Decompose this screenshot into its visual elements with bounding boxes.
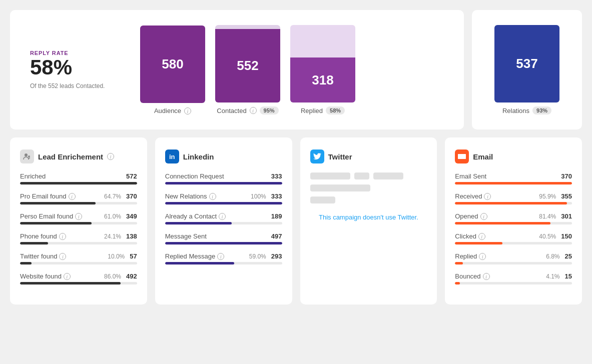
- le-row-0: Enriched 572: [20, 172, 137, 180]
- le-bar-fill-2: [20, 222, 92, 224]
- le-row-4: Twitter found i 10.0% 57: [20, 252, 137, 260]
- li-value-1: 333: [271, 192, 282, 200]
- em-label-3: Clicked i: [455, 232, 485, 240]
- le-bar-fill-0: [20, 182, 137, 184]
- li-bar-2: [165, 222, 282, 224]
- em-label-0: Email Sent: [455, 172, 486, 180]
- le-label-1: Pro Email found i: [20, 192, 76, 200]
- li-bar-fill-2: [165, 222, 232, 224]
- lead-enrichment-info-icon[interactable]: i: [107, 153, 114, 160]
- li-row-0: Connection Request 333: [165, 172, 282, 180]
- replied-value: 318: [312, 72, 333, 88]
- relations-badge: 93%: [532, 106, 551, 114]
- bottom-row: Lead Enrichement i Enriched 572 Pro Emai…: [10, 138, 582, 304]
- le-bar-0: [20, 182, 137, 184]
- em-info-3[interactable]: i: [478, 233, 485, 240]
- li-value-3: 497: [271, 232, 282, 240]
- em-pct-1: 95.9%: [539, 193, 556, 200]
- top-row: REPLY RATE 58% Of the 552 leads Contacte…: [10, 10, 582, 130]
- em-bar-fill-1: [455, 202, 567, 204]
- em-row-1: Received i 95.9% 355: [455, 192, 572, 200]
- li-row-4: Replied Message i 59.0% 293: [165, 252, 282, 260]
- le-info-4[interactable]: i: [59, 253, 66, 260]
- contacted-label-row: Contacted i 95%: [215, 106, 280, 114]
- li-info-4[interactable]: i: [217, 253, 224, 260]
- le-info-1[interactable]: i: [69, 193, 76, 200]
- li-bar-4: [165, 262, 282, 264]
- skeleton-1b: [354, 172, 369, 180]
- li-row-3: Message Sent 497: [165, 232, 282, 240]
- le-pct-4: 10.0%: [108, 253, 125, 260]
- li-bar-0: [165, 182, 282, 184]
- em-info-4[interactable]: i: [479, 253, 486, 260]
- le-label-3: Phone found i: [20, 232, 66, 240]
- em-value-0: 370: [561, 172, 572, 180]
- contacted-info-icon[interactable]: i: [250, 107, 257, 114]
- relations-label: Relations: [502, 107, 529, 114]
- reply-rate-section: REPLY RATE 58% Of the 552 leads Contacte…: [30, 50, 120, 89]
- email-icon: [455, 150, 469, 164]
- contacted-fill: 552: [215, 29, 280, 102]
- lead-enrichment-svg: [23, 152, 32, 161]
- em-pct-5: 4.1%: [546, 273, 559, 280]
- li-pct-1: 100%: [251, 193, 266, 200]
- relations-value: 537: [516, 56, 537, 72]
- le-bar-fill-5: [20, 282, 121, 284]
- em-info-5[interactable]: i: [483, 273, 490, 280]
- twitter-icon: [310, 150, 324, 164]
- le-info-3[interactable]: i: [59, 233, 66, 240]
- replied-stat: 318 Replied 58%: [290, 25, 355, 114]
- em-value-2: 301: [561, 212, 572, 220]
- replied-fill: 318: [290, 58, 355, 102]
- le-info-2[interactable]: i: [75, 213, 82, 220]
- li-bar-fill-1: [165, 202, 282, 204]
- linkedin-header: in Linkedin: [165, 150, 282, 164]
- em-bar-fill-2: [455, 222, 550, 224]
- audience-info-icon[interactable]: i: [184, 108, 191, 114]
- le-bar-fill-1: [20, 202, 96, 204]
- le-label-5: Website found i: [20, 272, 71, 280]
- le-label-2: Perso Email found i: [20, 212, 82, 220]
- li-info-2[interactable]: i: [219, 213, 226, 220]
- em-info-2[interactable]: i: [480, 213, 487, 220]
- le-pct-2: 61.0%: [104, 213, 121, 220]
- le-value-1: 370: [126, 192, 137, 200]
- skeleton-row-2: [310, 184, 427, 192]
- le-pct-3: 24.1%: [104, 233, 121, 240]
- audience-label: Audience: [154, 107, 181, 114]
- em-pct-4: 6.8%: [546, 253, 559, 260]
- em-bar-0: [455, 182, 572, 184]
- audience-stat: 580 Audience i: [140, 26, 205, 114]
- li-label-3: Message Sent: [165, 232, 207, 240]
- em-info-1[interactable]: i: [484, 193, 491, 200]
- le-row-3: Phone found i 24.1% 138: [20, 232, 137, 240]
- contacted-value: 552: [237, 58, 258, 74]
- contacted-stat: 552 Contacted i 95%: [215, 25, 280, 114]
- skeleton-3a: [310, 196, 335, 204]
- li-label-0: Connection Request: [165, 172, 224, 180]
- em-row-2: Opened i 81.4% 301: [455, 212, 572, 220]
- em-bar-1: [455, 202, 572, 204]
- li-label-4: Replied Message i: [165, 252, 224, 260]
- email-svg: [458, 154, 466, 160]
- le-bar-1: [20, 202, 137, 204]
- linkedin-title: Linkedin: [183, 152, 214, 161]
- stats-boxes: 580 Audience i 552: [140, 25, 444, 114]
- li-label-2: Already a Contact i: [165, 212, 226, 220]
- reply-rate-sub: Of the 552 leads Contacted.: [30, 82, 120, 90]
- twitter-card: Twitter This campaign doesn't use Twitte…: [300, 138, 437, 304]
- li-info-1[interactable]: i: [209, 193, 216, 200]
- le-label-4: Twitter found i: [20, 252, 66, 260]
- twitter-svg: [313, 153, 321, 160]
- replied-box-wrap: 318: [290, 25, 355, 102]
- li-bar-fill-0: [165, 182, 282, 184]
- lead-enrichment-title: Lead Enrichement: [38, 152, 103, 161]
- li-bar-1: [165, 202, 282, 204]
- le-value-4: 57: [130, 252, 137, 260]
- reply-rate-value: 58%: [30, 56, 120, 79]
- top-right-card: 537 Relations 93%: [472, 10, 582, 130]
- em-bar-fill-4: [455, 262, 463, 264]
- le-info-5[interactable]: i: [64, 273, 71, 280]
- le-bar-2: [20, 222, 137, 224]
- audience-label-row: Audience i: [140, 107, 205, 114]
